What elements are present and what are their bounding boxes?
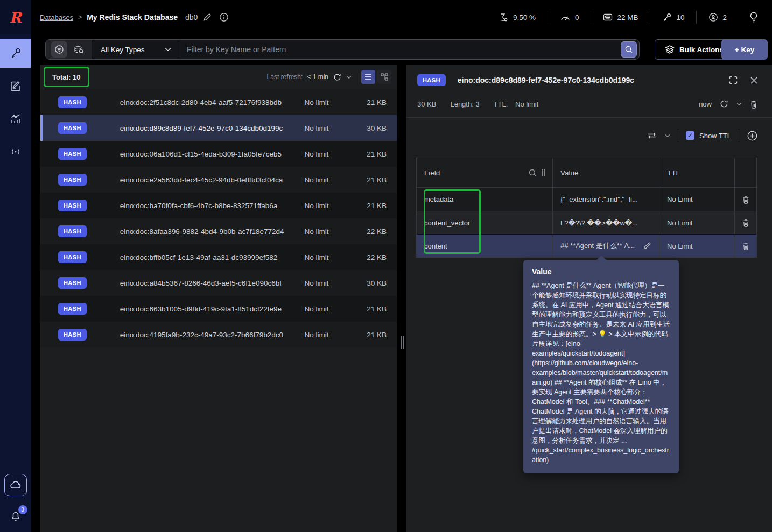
field-ttl[interactable]: No Limit [667, 242, 693, 250]
column-resize-handle[interactable] [542, 169, 545, 176]
show-ttl-checkbox[interactable]: ✓ [686, 131, 694, 140]
chart-icon [9, 112, 22, 125]
refresh-icon [719, 99, 729, 109]
key-row[interactable]: HASH eino:doc:06a106d1-cf15-4eda-b309-1f… [40, 141, 397, 167]
redisinsight-window: R [0, 0, 772, 532]
close-details-button[interactable] [750, 76, 758, 84]
edit-value-button[interactable] [643, 242, 651, 250]
key-ttl-value[interactable]: No limit [515, 100, 538, 108]
key-name: eino:doc:ba70f0fa-cbf6-4b7c-b8be-832571f… [120, 202, 284, 210]
key-name: eino:doc:a84b5367-8266-46d3-aef5-c6f1e09… [120, 279, 284, 287]
key-row-selected[interactable]: HASH eino:doc:d89c8d89-fef7-452e-97c0-13… [40, 115, 397, 141]
refresh-keys-button[interactable] [333, 73, 342, 82]
key-type-badge: HASH [417, 74, 446, 86]
sidebar-item-browser[interactable] [0, 39, 31, 68]
key-ttl: No limit [284, 253, 349, 261]
add-key-button[interactable]: + Key [721, 39, 768, 60]
clients-icon [708, 12, 718, 22]
refresh-details-button[interactable] [719, 99, 729, 109]
key-size-value: 30 KB [417, 100, 436, 108]
key-size: 21 KB [349, 150, 387, 158]
apply-filter-button[interactable] [621, 41, 637, 58]
add-field-button[interactable] [747, 130, 758, 141]
delete-field-button[interactable] [742, 242, 750, 250]
sidebar-item-analytics[interactable] [0, 104, 31, 133]
field-value[interactable]: {"_extension":".md","_fi... [560, 195, 638, 203]
redis-logo[interactable]: R [0, 0, 31, 34]
sidebar-item-pubsub[interactable] [0, 137, 31, 166]
refresh-settings-chevron[interactable] [346, 75, 352, 79]
sidebar-item-workbench[interactable] [0, 72, 31, 101]
delete-field-button[interactable] [742, 218, 750, 227]
annotation-box-total: Total: 10 [44, 67, 89, 87]
breadcrumb-databases-link[interactable]: Databases [40, 13, 73, 22]
trash-icon [749, 100, 758, 109]
field-value[interactable]: L?�?\? ��>��w�... [560, 219, 638, 227]
plus-circle-icon [747, 130, 758, 141]
notifications-button[interactable]: 3 [9, 509, 22, 522]
delete-field-button[interactable] [742, 195, 750, 204]
key-size: 21 KB [349, 202, 387, 210]
filter-by-pattern-toggle[interactable] [51, 41, 67, 58]
filter-mode-group [46, 40, 92, 59]
edit-db-alias-button[interactable] [203, 13, 212, 22]
key-ttl: No limit [284, 228, 349, 236]
format-switcher-chevron[interactable] [665, 134, 670, 138]
list-view-button[interactable] [361, 70, 375, 84]
key-row[interactable]: HASH eino:doc:e2a563dd-fec4-45c2-94db-0e… [40, 167, 397, 193]
key-list-panel: Total: 10 Last refresh: < 1 min [40, 65, 397, 532]
db-index-label: db0 [185, 13, 198, 22]
hash-fields-table: Field Value TTL [416, 158, 757, 258]
key-row[interactable]: HASH eino:doc:ba70f0fa-cbf6-4b7c-b8be-83… [40, 193, 397, 218]
list-view-icon [364, 74, 372, 80]
cloud-button[interactable] [4, 474, 27, 496]
key-type-select[interactable]: All Key Types [92, 40, 179, 59]
redisearch-icon [73, 44, 84, 55]
key-row[interactable]: HASH eino:doc:4195fa9b-232c-49a7-93c2-7b… [40, 322, 397, 347]
key-row[interactable]: HASH eino:doc:bffb05cf-1e13-49af-aa31-dc… [40, 244, 397, 270]
field-ttl[interactable]: No Limit [667, 195, 693, 203]
key-row[interactable]: HASH eino:doc:a84b5367-8266-46d3-aef5-c6… [40, 270, 397, 296]
format-switcher-button[interactable] [647, 131, 657, 140]
tooltip-title: Value [532, 267, 670, 276]
trash-icon [742, 218, 750, 227]
key-row[interactable]: HASH eino:doc:8afaa396-9882-4bd4-9b0b-ac… [40, 218, 397, 244]
show-ttl-toggle[interactable]: ✓ Show TTL [686, 131, 731, 140]
pencil-icon [203, 13, 212, 22]
commands-gauge-icon [560, 13, 571, 22]
key-name: eino:doc:06a106d1-cf15-4eda-b309-1fa05fe… [120, 150, 284, 158]
key-row[interactable]: HASH eino:doc:2f51c8dc-2d80-4eb4-aaf5-72… [40, 89, 397, 115]
db-info-button[interactable] [219, 12, 229, 22]
top-header: Databases > My Redis Stack Database db0 … [31, 0, 772, 34]
key-details-panel: HASH eino:doc:d89c8d89-fef7-452e-97c0-13… [406, 65, 772, 532]
field-row-content[interactable]: content ## **Agent 是什么** A... No Limit [417, 234, 756, 257]
search-fields-button[interactable] [528, 168, 537, 178]
field-row-metadata[interactable]: metadata {"_extension":".md","_fi... No … [417, 188, 756, 211]
key-type-badge: HASH [58, 225, 87, 237]
search-by-values-toggle[interactable] [71, 41, 87, 58]
metric-cpu: 9.50 % [487, 12, 548, 22]
key-name: eino:doc:e2a563dd-fec4-45c2-94db-0e88d3c… [120, 176, 284, 184]
key-filter-input[interactable] [179, 45, 621, 54]
key-size: 30 KB [349, 124, 387, 132]
metric-clients: 2 [697, 12, 739, 22]
field-name: content_vector [424, 219, 470, 227]
fullscreen-button[interactable] [728, 75, 738, 85]
field-value[interactable]: ## **Agent 是什么** A... [560, 241, 635, 251]
notification-badge: 3 [18, 505, 27, 514]
memory-icon [603, 13, 613, 22]
key-size: 21 KB [349, 176, 387, 184]
selected-key-name: eino:doc:d89c8d89-fef7-452e-97c0-134cdb0… [458, 76, 717, 84]
key-icon [9, 47, 22, 60]
insights-button[interactable] [748, 11, 759, 23]
show-ttl-label: Show TTL [699, 132, 731, 140]
field-ttl[interactable]: No Limit [667, 219, 693, 227]
delete-key-button[interactable] [749, 100, 758, 109]
key-type-badge: HASH [58, 200, 87, 211]
tree-view-button[interactable] [377, 70, 391, 84]
refresh-details-chevron[interactable] [736, 102, 742, 106]
panel-resize-handle[interactable] [399, 336, 405, 349]
last-refresh-value: < 1 min [307, 73, 328, 81]
key-row[interactable]: HASH eino:doc:663b1005-d98d-419c-9fa1-85… [40, 296, 397, 322]
field-row-content-vector[interactable]: content_vector L?�?\? ��>��w�... No Limi… [417, 211, 756, 234]
